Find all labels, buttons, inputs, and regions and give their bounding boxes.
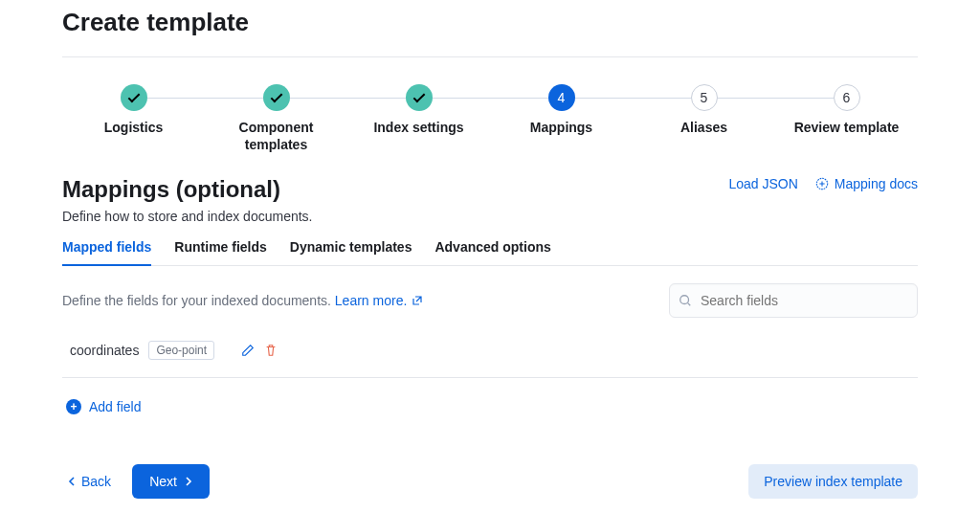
field-name: coordinates bbox=[70, 343, 139, 358]
step-index-settings[interactable]: Index settings bbox=[347, 84, 490, 136]
preview-template-button[interactable]: Preview index template bbox=[748, 464, 918, 499]
search-input[interactable] bbox=[669, 283, 918, 318]
step-logistics[interactable]: Logistics bbox=[62, 84, 205, 136]
tab-dynamic-templates[interactable]: Dynamic templates bbox=[290, 239, 412, 265]
next-label: Next bbox=[149, 474, 177, 489]
external-link-icon bbox=[412, 295, 422, 308]
load-json-button[interactable]: Load JSON bbox=[728, 176, 797, 191]
svg-point-1 bbox=[680, 296, 689, 304]
step-label: Aliases bbox=[680, 119, 727, 136]
step-label: Index settings bbox=[373, 119, 463, 136]
checkmark-icon bbox=[263, 84, 290, 111]
step-number: 5 bbox=[691, 84, 718, 111]
learn-more-link[interactable]: Learn more. bbox=[335, 293, 407, 308]
mapping-docs-link[interactable]: Mapping docs bbox=[815, 176, 918, 191]
step-label: Review template bbox=[794, 119, 900, 136]
add-field-label: Add field bbox=[89, 399, 141, 414]
step-aliases[interactable]: 5 Aliases bbox=[633, 84, 775, 136]
chevron-left-icon bbox=[68, 477, 78, 486]
plus-icon: + bbox=[66, 399, 81, 414]
back-label: Back bbox=[81, 474, 111, 489]
add-field-button[interactable]: + Add field bbox=[62, 378, 145, 441]
next-button[interactable]: Next bbox=[132, 464, 210, 499]
back-button[interactable]: Back bbox=[62, 466, 117, 497]
step-component-templates[interactable]: Component templates bbox=[205, 84, 347, 153]
mapping-docs-label: Mapping docs bbox=[835, 176, 918, 191]
delete-icon[interactable] bbox=[264, 344, 278, 357]
chevron-right-icon bbox=[183, 477, 192, 486]
edit-icon[interactable] bbox=[241, 344, 255, 357]
step-review[interactable]: 6 Review template bbox=[775, 84, 918, 136]
step-label: Logistics bbox=[104, 119, 163, 136]
helper-text: Define the fields for your indexed docum… bbox=[62, 293, 422, 308]
checkmark-icon bbox=[121, 84, 147, 111]
step-label: Mappings bbox=[530, 119, 592, 136]
step-label: Component templates bbox=[210, 119, 344, 153]
section-title: Mappings (optional) bbox=[62, 176, 280, 203]
tab-advanced-options[interactable]: Advanced options bbox=[434, 239, 550, 265]
tab-runtime-fields[interactable]: Runtime fields bbox=[174, 239, 266, 265]
step-number: 4 bbox=[548, 84, 575, 111]
stepper: Logistics Component templates Index sett… bbox=[62, 57, 918, 153]
step-mappings[interactable]: 4 Mappings bbox=[490, 84, 633, 136]
step-number: 6 bbox=[834, 84, 860, 111]
search-icon bbox=[679, 294, 692, 307]
page-title: Create template bbox=[62, 8, 918, 37]
section-description: Define how to store and index documents. bbox=[62, 209, 918, 224]
checkmark-icon bbox=[406, 84, 433, 111]
tabs: Mapped fields Runtime fields Dynamic tem… bbox=[62, 239, 918, 266]
tab-mapped-fields[interactable]: Mapped fields bbox=[62, 239, 151, 266]
helper-text-label: Define the fields for your indexed docum… bbox=[62, 293, 335, 308]
docs-icon bbox=[815, 177, 829, 190]
field-type-badge: Geo-point bbox=[148, 341, 214, 360]
field-row: coordinates Geo-point bbox=[62, 318, 918, 378]
